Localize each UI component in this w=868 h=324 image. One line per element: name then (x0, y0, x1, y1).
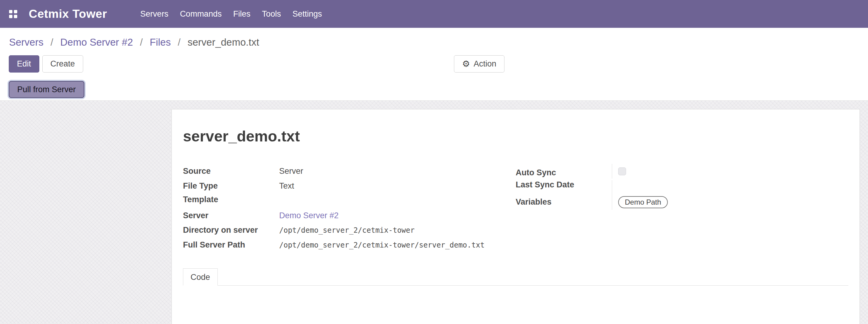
button-row: Edit Create ⚙ Action (0, 54, 868, 72)
field-group-left: Source Server File Type Text Template Se… (183, 164, 516, 253)
breadcrumb-separator: / (51, 37, 53, 48)
apps-menu-icon[interactable] (9, 10, 17, 18)
breadcrumb-current: server_demo.txt (187, 37, 259, 48)
field-row-auto-sync: Auto Sync (516, 164, 848, 179)
screen: Cetmix Tower Servers Commands Files Tool… (0, 0, 868, 324)
field-row-source: Source Server (183, 164, 516, 179)
top-navbar: Cetmix Tower Servers Commands Files Tool… (0, 0, 868, 28)
record-title: server_demo.txt (183, 128, 848, 145)
field-row-server: Server Demo Server #2 (183, 208, 516, 223)
field-cell-auto-sync (612, 164, 848, 179)
breadcrumb-separator: / (178, 37, 181, 48)
breadcrumb-demo-server[interactable]: Demo Server #2 (60, 37, 133, 48)
field-row-file-type: File Type Text (183, 179, 516, 193)
tab-code-content (183, 286, 848, 324)
form-view-background: server_demo.txt Source Server File Type … (0, 101, 868, 324)
breadcrumb: Servers / Demo Server #2 / Files / serve… (0, 28, 868, 54)
field-value-full-path: /opt/demo_server_2/cetmix-tower/server_d… (279, 238, 485, 253)
tab-code[interactable]: Code (183, 268, 218, 286)
breadcrumb-servers[interactable]: Servers (9, 37, 43, 48)
field-value-source: Server (279, 164, 303, 179)
field-row-last-sync: Last Sync Date (516, 179, 848, 195)
field-cell-last-sync (612, 180, 848, 195)
edit-button[interactable]: Edit (9, 55, 39, 72)
field-value-server-link[interactable]: Demo Server #2 (279, 208, 339, 223)
field-label-variables: Variables (516, 196, 612, 208)
field-label-last-sync: Last Sync Date (516, 179, 612, 191)
notebook-tabs: Code (183, 268, 848, 286)
field-label-directory: Directory on server (183, 224, 279, 236)
field-label-source: Source (183, 165, 279, 177)
auto-sync-checkbox[interactable] (618, 167, 626, 175)
variable-tag-demo-path[interactable]: Demo Path (618, 196, 668, 208)
field-label-file-type: File Type (183, 180, 279, 192)
field-group-right: Auto Sync Last Sync Date Variables (516, 164, 848, 210)
gear-icon: ⚙ (462, 60, 470, 68)
breadcrumb-files[interactable]: Files (150, 37, 171, 48)
breadcrumb-separator: / (140, 37, 143, 48)
brand-title[interactable]: Cetmix Tower (29, 7, 107, 21)
control-panel: Servers / Demo Server #2 / Files / serve… (0, 28, 868, 101)
nav-menu: Servers Commands Files Tools Settings (140, 9, 334, 19)
nav-item-files[interactable]: Files (233, 9, 250, 19)
field-row-variables: Variables Demo Path (516, 195, 848, 210)
nav-item-tools[interactable]: Tools (262, 9, 281, 19)
create-button[interactable]: Create (42, 55, 83, 72)
field-cell-variables: Demo Path (612, 195, 848, 210)
field-row-directory: Directory on server /opt/demo_server_2/c… (183, 223, 516, 238)
nav-item-servers[interactable]: Servers (140, 9, 168, 19)
pull-from-server-button[interactable]: Pull from Server (9, 81, 84, 98)
action-button[interactable]: ⚙ Action (454, 55, 504, 72)
form-sheet: server_demo.txt Source Server File Type … (172, 109, 860, 324)
field-label-template: Template (183, 193, 279, 205)
field-label-server: Server (183, 209, 279, 222)
action-button-label: Action (474, 59, 496, 69)
status-row: Pull from Server (0, 72, 868, 100)
field-groups: Source Server File Type Text Template Se… (183, 164, 848, 253)
nav-item-commands[interactable]: Commands (180, 9, 222, 19)
field-value-file-type: Text (279, 179, 294, 193)
field-label-auto-sync: Auto Sync (516, 166, 612, 179)
field-value-directory: /opt/demo_server_2/cetmix-tower (279, 223, 415, 238)
field-row-full-path: Full Server Path /opt/demo_server_2/cetm… (183, 238, 516, 253)
field-label-full-path: Full Server Path (183, 239, 279, 251)
nav-item-settings[interactable]: Settings (292, 9, 322, 19)
field-row-template: Template (183, 193, 516, 208)
